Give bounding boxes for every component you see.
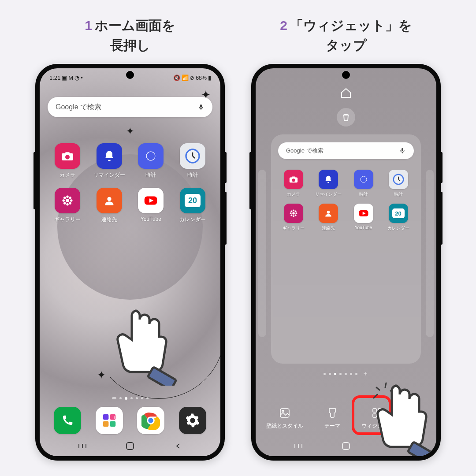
- app-gallery[interactable]: ギャラリー: [48, 188, 87, 223]
- svg-point-9: [69, 197, 71, 199]
- mic-icon[interactable]: [197, 104, 205, 111]
- google-search-bar[interactable]: Google で検索: [278, 142, 414, 159]
- svg-rect-17: [110, 421, 115, 427]
- next-page-preview[interactable]: [426, 170, 434, 337]
- svg-point-37: [327, 211, 330, 214]
- theme-button[interactable]: テーマ: [324, 407, 340, 430]
- svg-text:15: 15: [113, 415, 118, 420]
- nav-home[interactable]: [125, 442, 135, 450]
- svg-point-10: [63, 202, 66, 205]
- step-2-number: 2: [280, 18, 287, 33]
- front-camera-icon: [342, 71, 350, 79]
- search-placeholder: Google で検索: [56, 103, 197, 112]
- svg-point-35: [291, 215, 293, 216]
- nav-back[interactable]: [173, 443, 183, 449]
- app-youtube[interactable]: YouTube: [131, 188, 171, 223]
- svg-rect-16: [103, 421, 109, 427]
- app-grid: カメラ リマインダー 時計 時計 ギャラリー 連絡先 YouTube 20カレン…: [48, 143, 212, 232]
- sparkle-icon: ✦: [97, 369, 106, 381]
- set-default-home-button[interactable]: [340, 87, 352, 101]
- app-contacts[interactable]: 連絡先: [89, 188, 129, 223]
- svg-point-12: [107, 197, 111, 201]
- nav-back[interactable]: [389, 443, 399, 449]
- svg-point-28: [293, 212, 295, 215]
- svg-point-3: [66, 199, 69, 202]
- step-1-column: 1ホーム画面を長押し 1:21 ▣ M ◔ • 🔇 📶 ⊘ 68% ▮: [35, 15, 225, 461]
- app-clock-widget[interactable]: 時計: [382, 170, 415, 197]
- delete-page-button[interactable]: [337, 108, 355, 126]
- svg-point-34: [295, 210, 297, 212]
- svg-point-40: [282, 410, 284, 412]
- app-clock[interactable]: 時計: [131, 143, 171, 179]
- svg-point-36: [295, 215, 297, 216]
- app-contacts[interactable]: 連絡先: [312, 204, 345, 231]
- home-screen[interactable]: 1:21 ▣ M ◔ • 🔇 📶 ⊘ 68% ▮ ✦ ✦ ✦: [40, 68, 220, 456]
- svg-point-8: [63, 197, 66, 199]
- step-2-column: 2「ウィジェット」をタップ Google で検索: [251, 15, 441, 461]
- step-2-title: 2「ウィジェット」をタップ: [280, 15, 412, 55]
- dock-settings[interactable]: [179, 407, 206, 434]
- nav-recents[interactable]: [77, 443, 88, 449]
- phone-frame-1: 1:21 ▣ M ◔ • 🔇 📶 ⊘ 68% ▮ ✦ ✦ ✦: [35, 64, 225, 461]
- no-signal-icon: ⊘: [190, 74, 194, 81]
- wifi-icon: 📶: [182, 74, 189, 81]
- dock: 15: [40, 407, 220, 434]
- volume-mute-icon: 🔇: [173, 74, 180, 81]
- photos-notif-icon: ▣: [62, 74, 67, 81]
- tap-effect-icon: [373, 381, 395, 403]
- app-youtube[interactable]: YouTube: [347, 204, 380, 231]
- status-time: 1:21: [49, 74, 60, 81]
- nav-bar: [40, 439, 220, 453]
- settings-button[interactable]: [414, 415, 426, 430]
- svg-point-4: [66, 196, 69, 198]
- dock-chrome[interactable]: [137, 407, 164, 434]
- nav-recents[interactable]: [293, 443, 304, 449]
- search-placeholder: Google で検索: [286, 147, 399, 155]
- dock-news[interactable]: 15: [96, 407, 123, 434]
- page-indicator: ＋: [256, 370, 436, 378]
- svg-rect-23: [126, 443, 134, 450]
- svg-point-6: [62, 199, 65, 202]
- wallpaper-style-button[interactable]: 壁紙とスタイル: [266, 407, 303, 430]
- svg-point-31: [290, 212, 292, 214]
- mic-icon[interactable]: [399, 147, 406, 154]
- home-edit-screen[interactable]: Google で検索 カメラ リマインダー 時計 時計 ギャラリー 連絡先: [256, 68, 436, 456]
- app-reminder[interactable]: リマインダー: [89, 143, 129, 179]
- app-clock[interactable]: 時計: [347, 170, 380, 197]
- svg-rect-14: [103, 414, 109, 420]
- svg-point-11: [69, 202, 71, 205]
- step-1-title: 1ホーム画面を長押し: [85, 15, 175, 55]
- battery-icon: ▮: [208, 74, 211, 81]
- clock-notif-icon: ◔: [74, 74, 79, 81]
- add-page-icon[interactable]: ＋: [362, 370, 368, 378]
- app-clock-widget[interactable]: 時計: [173, 143, 212, 179]
- svg-point-32: [296, 212, 298, 214]
- phone-frame-2: Google で検索 カメラ リマインダー 時計 時計 ギャラリー 連絡先: [251, 64, 441, 461]
- svg-rect-46: [342, 443, 350, 450]
- gmail-notif-icon: M: [68, 74, 73, 81]
- sparkle-icon: ✦: [126, 126, 134, 137]
- svg-point-33: [291, 210, 293, 212]
- page-indicator: [40, 397, 220, 400]
- app-calendar[interactable]: 20カレンダー: [382, 204, 415, 231]
- editor-action-bar: 壁紙とスタイル テーマ ウィジェット: [256, 407, 436, 430]
- google-search-bar[interactable]: Google で検索: [48, 97, 212, 117]
- app-gallery[interactable]: ギャラリー: [277, 204, 310, 231]
- svg-point-5: [66, 203, 69, 206]
- front-camera-icon: [126, 71, 134, 79]
- nav-bar: [256, 439, 436, 453]
- app-calendar[interactable]: 20カレンダー: [173, 188, 212, 223]
- svg-rect-39: [280, 409, 289, 417]
- prev-page-preview[interactable]: [258, 170, 266, 337]
- svg-point-7: [70, 199, 73, 202]
- nav-home[interactable]: [341, 442, 351, 450]
- app-camera[interactable]: カメラ: [277, 170, 310, 197]
- svg-point-29: [293, 210, 294, 212]
- battery-percent: 68%: [196, 74, 207, 81]
- app-reminder[interactable]: リマインダー: [312, 170, 345, 197]
- home-page-preview[interactable]: Google で検索 カメラ リマインダー 時計 時計 ギャラリー 連絡先: [271, 134, 421, 364]
- app-camera[interactable]: カメラ: [48, 143, 87, 179]
- step-1-number: 1: [85, 18, 92, 33]
- svg-point-45: [418, 419, 422, 422]
- dock-phone[interactable]: [54, 407, 81, 434]
